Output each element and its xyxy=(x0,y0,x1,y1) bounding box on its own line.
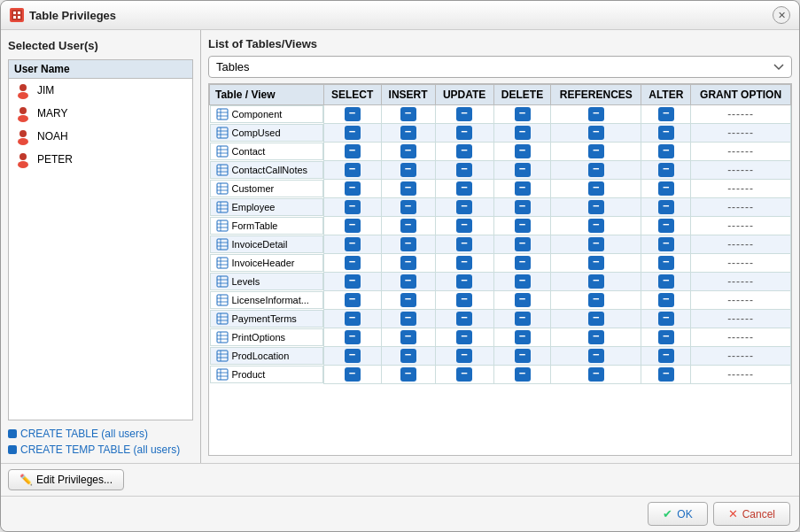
alter-minus-btn[interactable]: − xyxy=(658,330,674,344)
priv-references-cell[interactable]: − xyxy=(551,235,641,254)
update-minus-btn[interactable]: − xyxy=(456,107,472,121)
insert-minus-btn[interactable]: − xyxy=(400,237,416,251)
delete-minus-btn[interactable]: − xyxy=(515,256,531,270)
select-minus-btn[interactable]: − xyxy=(345,144,361,158)
priv-references-cell[interactable]: − xyxy=(551,366,641,384)
select-minus-btn[interactable]: − xyxy=(345,163,361,177)
priv-insert-cell[interactable]: − xyxy=(381,198,435,217)
update-minus-btn[interactable]: − xyxy=(456,312,472,326)
delete-minus-btn[interactable]: − xyxy=(515,163,531,177)
priv-update-cell[interactable]: − xyxy=(435,328,493,347)
alter-minus-btn[interactable]: − xyxy=(658,274,674,289)
alter-minus-btn[interactable]: − xyxy=(658,256,674,270)
priv-alter-cell[interactable]: − xyxy=(641,310,691,328)
ok-button[interactable]: ✔ OK xyxy=(648,502,707,526)
delete-minus-btn[interactable]: − xyxy=(515,200,531,214)
priv-references-cell[interactable]: − xyxy=(551,217,641,235)
priv-select-cell[interactable]: − xyxy=(323,366,381,384)
priv-delete-cell[interactable]: − xyxy=(493,124,551,143)
priv-alter-cell[interactable]: − xyxy=(641,180,691,198)
priv-select-cell[interactable]: − xyxy=(323,291,381,310)
priv-delete-cell[interactable]: − xyxy=(493,328,551,347)
close-button[interactable]: ✕ xyxy=(773,6,790,24)
priv-references-cell[interactable]: − xyxy=(551,143,641,161)
update-minus-btn[interactable]: − xyxy=(456,200,472,214)
delete-minus-btn[interactable]: − xyxy=(515,349,531,363)
priv-select-cell[interactable]: − xyxy=(323,235,381,254)
insert-minus-btn[interactable]: − xyxy=(400,349,416,363)
priv-alter-cell[interactable]: − xyxy=(641,235,691,254)
priv-update-cell[interactable]: − xyxy=(435,105,493,124)
references-minus-btn[interactable]: − xyxy=(588,312,604,326)
delete-minus-btn[interactable]: − xyxy=(515,330,531,344)
priv-update-cell[interactable]: − xyxy=(435,198,493,217)
alter-minus-btn[interactable]: − xyxy=(658,237,674,251)
priv-references-cell[interactable]: − xyxy=(551,254,641,273)
priv-insert-cell[interactable]: − xyxy=(381,235,435,254)
priv-update-cell[interactable]: − xyxy=(435,347,493,366)
user-item[interactable]: JIM xyxy=(9,79,192,102)
insert-minus-btn[interactable]: − xyxy=(400,330,416,344)
priv-delete-cell[interactable]: − xyxy=(493,347,551,366)
alter-minus-btn[interactable]: − xyxy=(658,312,674,326)
priv-delete-cell[interactable]: − xyxy=(493,273,551,291)
priv-references-cell[interactable]: − xyxy=(551,347,641,366)
priv-select-cell[interactable]: − xyxy=(323,105,381,124)
priv-select-cell[interactable]: − xyxy=(323,273,381,291)
select-minus-btn[interactable]: − xyxy=(345,274,361,289)
priv-insert-cell[interactable]: − xyxy=(381,217,435,235)
priv-alter-cell[interactable]: − xyxy=(641,273,691,291)
priv-insert-cell[interactable]: − xyxy=(381,291,435,310)
insert-minus-btn[interactable]: − xyxy=(400,312,416,326)
priv-delete-cell[interactable]: − xyxy=(493,254,551,273)
priv-insert-cell[interactable]: − xyxy=(381,254,435,273)
insert-minus-btn[interactable]: − xyxy=(400,181,416,196)
priv-update-cell[interactable]: − xyxy=(435,217,493,235)
priv-select-cell[interactable]: − xyxy=(323,217,381,235)
select-minus-btn[interactable]: − xyxy=(345,367,361,382)
priv-insert-cell[interactable]: − xyxy=(381,328,435,347)
update-minus-btn[interactable]: − xyxy=(456,349,472,363)
update-minus-btn[interactable]: − xyxy=(456,144,472,158)
create-table-link[interactable]: CREATE TABLE (all users) xyxy=(8,428,193,440)
references-minus-btn[interactable]: − xyxy=(588,163,604,177)
insert-minus-btn[interactable]: − xyxy=(400,367,416,382)
priv-insert-cell[interactable]: − xyxy=(381,366,435,384)
select-minus-btn[interactable]: − xyxy=(345,200,361,214)
priv-insert-cell[interactable]: − xyxy=(381,347,435,366)
user-item[interactable]: NOAH xyxy=(9,125,192,148)
alter-minus-btn[interactable]: − xyxy=(658,349,674,363)
priv-delete-cell[interactable]: − xyxy=(493,143,551,161)
tables-views-dropdown[interactable]: Tables Views xyxy=(208,56,792,78)
insert-minus-btn[interactable]: − xyxy=(400,126,416,140)
priv-alter-cell[interactable]: − xyxy=(641,366,691,384)
alter-minus-btn[interactable]: − xyxy=(658,163,674,177)
priv-select-cell[interactable]: − xyxy=(323,347,381,366)
priv-delete-cell[interactable]: − xyxy=(493,161,551,180)
alter-minus-btn[interactable]: − xyxy=(658,200,674,214)
priv-update-cell[interactable]: − xyxy=(435,291,493,310)
references-minus-btn[interactable]: − xyxy=(588,237,604,251)
alter-minus-btn[interactable]: − xyxy=(658,181,674,196)
priv-update-cell[interactable]: − xyxy=(435,273,493,291)
priv-delete-cell[interactable]: − xyxy=(493,310,551,328)
references-minus-btn[interactable]: − xyxy=(588,181,604,196)
priv-alter-cell[interactable]: − xyxy=(641,124,691,143)
delete-minus-btn[interactable]: − xyxy=(515,312,531,326)
update-minus-btn[interactable]: − xyxy=(456,181,472,196)
priv-alter-cell[interactable]: − xyxy=(641,161,691,180)
priv-references-cell[interactable]: − xyxy=(551,105,641,124)
references-minus-btn[interactable]: − xyxy=(588,256,604,270)
insert-minus-btn[interactable]: − xyxy=(400,274,416,289)
references-minus-btn[interactable]: − xyxy=(588,200,604,214)
priv-references-cell[interactable]: − xyxy=(551,273,641,291)
priv-delete-cell[interactable]: − xyxy=(493,105,551,124)
cancel-button[interactable]: ✕ Cancel xyxy=(713,502,790,526)
priv-update-cell[interactable]: − xyxy=(435,310,493,328)
priv-references-cell[interactable]: − xyxy=(551,161,641,180)
delete-minus-btn[interactable]: − xyxy=(515,144,531,158)
priv-select-cell[interactable]: − xyxy=(323,254,381,273)
references-minus-btn[interactable]: − xyxy=(588,144,604,158)
select-minus-btn[interactable]: − xyxy=(345,312,361,326)
references-minus-btn[interactable]: − xyxy=(588,349,604,363)
